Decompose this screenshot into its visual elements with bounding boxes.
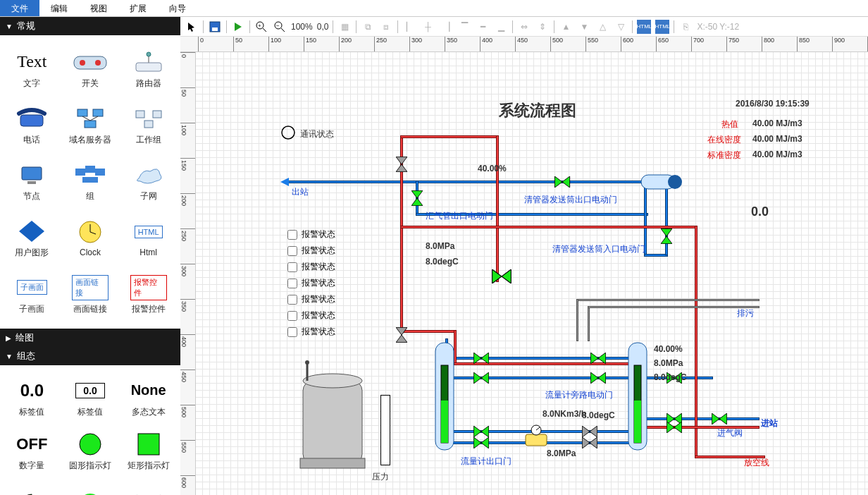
save-icon[interactable] xyxy=(208,20,222,34)
pal-clock[interactable]: Clock xyxy=(61,210,120,267)
pal-text[interactable]: Text文字 xyxy=(3,41,61,97)
align-left-icon[interactable]: ▏ xyxy=(402,20,416,34)
valve-3[interactable] xyxy=(396,327,407,343)
flow-meter-icon[interactable] xyxy=(524,424,548,448)
accordion-general[interactable]: ▼常规 xyxy=(0,17,180,35)
menu-ext[interactable]: 扩展 xyxy=(118,0,158,16)
cooling-tower-icon[interactable] xyxy=(293,355,376,475)
valve-7[interactable] xyxy=(590,372,606,384)
group-icon[interactable]: ⧉ xyxy=(361,20,375,34)
pal-subnet[interactable]: 子网 xyxy=(119,154,178,210)
align-bottom-icon[interactable]: ▁ xyxy=(494,20,508,34)
forward-icon[interactable]: △ xyxy=(595,20,609,34)
temp2-lbl: 8.0degC xyxy=(582,410,615,420)
pal-dns[interactable]: 域名服务器 xyxy=(61,97,120,154)
pal-multistate[interactable]: None多态文本 xyxy=(119,371,178,424)
comm-status-icon[interactable] xyxy=(281,126,295,140)
tank-left[interactable] xyxy=(434,337,455,457)
pal-phone[interactable]: 电话 xyxy=(3,97,61,154)
accordion-draw[interactable]: ▶绘图 xyxy=(0,329,180,347)
svg-rect-8 xyxy=(93,109,103,116)
pal-group[interactable]: 组 xyxy=(61,154,120,210)
html2-icon[interactable]: HTML xyxy=(655,20,669,34)
pal-subpage[interactable]: 子画面子画面 xyxy=(3,267,61,323)
dist-h-icon[interactable]: ⇔ xyxy=(517,20,531,34)
pal-pie2[interactable] xyxy=(61,478,120,495)
pal-userpoly[interactable]: 用户图形 xyxy=(3,210,61,267)
pal-alarmctrl[interactable]: 报警控件报警控件 xyxy=(119,267,178,323)
svg-rect-27 xyxy=(138,434,159,455)
backward-icon[interactable]: ▽ xyxy=(614,20,628,34)
pal-tagvalue[interactable]: 0.0标签值 xyxy=(3,371,61,424)
menu-edit[interactable]: 编辑 xyxy=(39,0,79,16)
valve-out-main[interactable] xyxy=(554,176,571,188)
pal-node[interactable]: 节点 xyxy=(3,154,61,210)
valve-10[interactable] xyxy=(582,426,597,437)
svg-rect-14 xyxy=(144,121,153,128)
pipe-r-h1 xyxy=(400,135,499,138)
menu-file[interactable]: 文件 xyxy=(0,0,39,16)
pal-tagvaluebox[interactable]: 0.0标签值 xyxy=(61,371,120,424)
sidebar: ▼常规 Text文字 开关 路由器 电话 域名服务器 工作组 节点 组 子网 用… xyxy=(0,17,180,495)
pig-launcher-icon[interactable] xyxy=(641,173,682,190)
valve-11[interactable] xyxy=(582,437,597,448)
align-center-icon[interactable]: ┼ xyxy=(421,20,435,34)
ungroup-icon[interactable]: ⧈ xyxy=(379,20,393,34)
alarm-cb-2[interactable]: 报警状态 xyxy=(287,261,335,273)
pal-rectlamp[interactable]: 矩形指示灯 xyxy=(119,424,178,478)
front-icon[interactable]: ▲ xyxy=(559,20,573,34)
alarm-cb-4[interactable]: 报警状态 xyxy=(287,293,335,305)
alarm-cb-6[interactable]: 报警状态 xyxy=(287,326,335,338)
valve-9[interactable] xyxy=(473,437,489,448)
pointer-icon[interactable] xyxy=(185,20,199,34)
select-all-icon[interactable]: ▦ xyxy=(337,20,352,34)
canvas[interactable]: 系统流程图 2016/8/30 19:15:39 通讯状态 热值 40.00 M… xyxy=(196,52,868,495)
align-middle-icon[interactable]: ━ xyxy=(476,20,490,34)
valve-4[interactable] xyxy=(473,353,489,364)
pal-router[interactable]: 路由器 xyxy=(119,41,178,97)
dist-v-icon[interactable]: ⇕ xyxy=(535,20,550,34)
pal-html[interactable]: HTMLHtml xyxy=(119,210,178,267)
pal-pagelink[interactable]: 画面链接画面链接 xyxy=(61,267,120,323)
menubar: 文件 编辑 视图 扩展 向导 xyxy=(0,0,868,17)
pal-workgroup[interactable]: 工作组 xyxy=(119,97,178,154)
zoom-out-icon[interactable]: − xyxy=(273,20,287,34)
back-icon[interactable]: ▼ xyxy=(577,20,591,34)
menu-guide[interactable]: 向导 xyxy=(158,0,197,16)
html1-icon[interactable]: HTML xyxy=(637,20,651,34)
valve-pig-in[interactable] xyxy=(661,228,672,244)
pal-valve[interactable] xyxy=(119,478,178,495)
alarm-cb-0[interactable]: 报警状态 xyxy=(287,228,335,240)
valve-inlet[interactable] xyxy=(712,413,727,424)
play-icon[interactable] xyxy=(231,20,245,34)
valve-8[interactable] xyxy=(473,426,489,437)
pal-pie1[interactable] xyxy=(3,478,61,495)
valve-mid[interactable] xyxy=(492,269,512,283)
pipe-out-main xyxy=(287,181,647,183)
alarm-cb-3[interactable]: 报警状态 xyxy=(287,277,335,289)
pal-switch[interactable]: 开关 xyxy=(61,41,120,97)
pal-circlelamp[interactable]: 圆形指示灯 xyxy=(61,424,120,478)
valve-6[interactable] xyxy=(590,353,606,364)
menu-view[interactable]: 视图 xyxy=(79,0,118,16)
valve-13[interactable] xyxy=(666,422,682,433)
copy-icon[interactable]: ⎘ xyxy=(678,20,693,34)
tank-right[interactable] xyxy=(627,337,648,457)
valve-5[interactable] xyxy=(473,372,489,384)
alarm-cb-1[interactable]: 报警状态 xyxy=(287,245,335,257)
accordion-config[interactable]: ▼组态 xyxy=(0,347,180,365)
alarm-cb-5[interactable]: 报警状态 xyxy=(287,310,335,322)
vent-lbl: 放空线 xyxy=(744,457,769,469)
pipe-r-h2 xyxy=(400,226,698,228)
pal-digital[interactable]: OFF数字量 xyxy=(3,424,61,478)
svg-point-26 xyxy=(80,434,101,455)
chevron-down-icon: ▼ xyxy=(6,353,13,360)
align-top-icon[interactable]: ▔ xyxy=(457,20,471,34)
pipe-h3 xyxy=(644,254,668,257)
flow-out-lbl: 流量计出口门 xyxy=(461,456,512,468)
zoom-label: 100% xyxy=(291,22,313,32)
valve-2[interactable] xyxy=(411,190,423,206)
align-right-icon[interactable]: ▕ xyxy=(439,20,453,34)
zoom-in-icon[interactable]: + xyxy=(254,20,268,34)
valve-1[interactable] xyxy=(396,157,407,172)
